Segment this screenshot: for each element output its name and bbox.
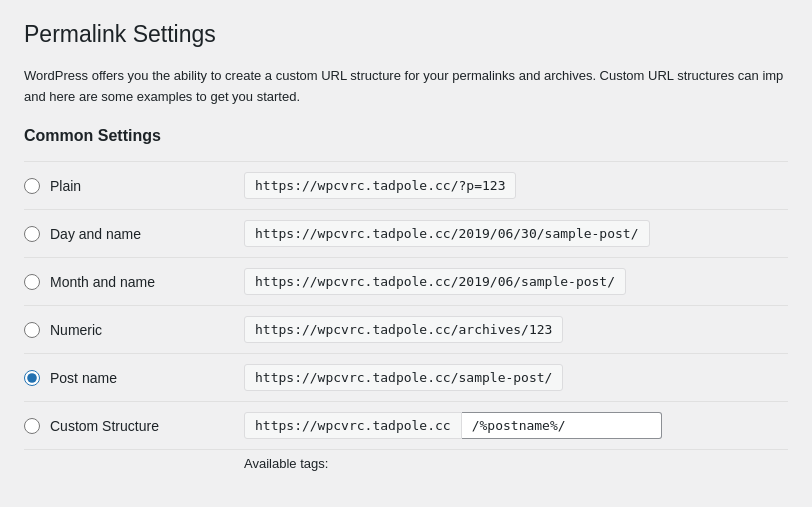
label-month-and-name[interactable]: Month and name: [50, 274, 155, 290]
settings-table: Plain https://wpcvrc.tadpole.cc/?p=123 D…: [24, 161, 788, 450]
url-cell-post-name: https://wpcvrc.tadpole.cc/sample-post/: [244, 364, 788, 391]
radio-month-and-name[interactable]: [24, 274, 40, 290]
radio-custom-structure[interactable]: [24, 418, 40, 434]
label-numeric[interactable]: Numeric: [50, 322, 102, 338]
available-tags-label: Available tags:: [24, 450, 788, 471]
url-badge-plain: https://wpcvrc.tadpole.cc/?p=123: [244, 172, 516, 199]
label-plain[interactable]: Plain: [50, 178, 81, 194]
radio-cell-month-and-name: Month and name: [24, 274, 244, 290]
radio-numeric[interactable]: [24, 322, 40, 338]
page-title: Permalink Settings: [24, 20, 788, 50]
url-cell-day-and-name: https://wpcvrc.tadpole.cc/2019/06/30/sam…: [244, 220, 788, 247]
settings-row-post-name: Post name https://wpcvrc.tadpole.cc/samp…: [24, 354, 788, 402]
url-cell-plain: https://wpcvrc.tadpole.cc/?p=123: [244, 172, 788, 199]
url-prefix-custom-structure: https://wpcvrc.tadpole.cc: [244, 412, 462, 439]
settings-row-month-and-name: Month and name https://wpcvrc.tadpole.cc…: [24, 258, 788, 306]
url-cell-custom-structure: https://wpcvrc.tadpole.cc: [244, 412, 788, 439]
url-badge-day-and-name: https://wpcvrc.tadpole.cc/2019/06/30/sam…: [244, 220, 650, 247]
radio-day-and-name[interactable]: [24, 226, 40, 242]
page-description: WordPress offers you the ability to crea…: [24, 66, 784, 108]
url-badge-post-name: https://wpcvrc.tadpole.cc/sample-post/: [244, 364, 563, 391]
radio-cell-day-and-name: Day and name: [24, 226, 244, 242]
radio-cell-numeric: Numeric: [24, 322, 244, 338]
radio-plain[interactable]: [24, 178, 40, 194]
label-day-and-name[interactable]: Day and name: [50, 226, 141, 242]
url-cell-numeric: https://wpcvrc.tadpole.cc/archives/123: [244, 316, 788, 343]
radio-cell-custom-structure: Custom Structure: [24, 418, 244, 434]
settings-row-day-and-name: Day and name https://wpcvrc.tadpole.cc/2…: [24, 210, 788, 258]
custom-structure-input[interactable]: [462, 412, 662, 439]
radio-post-name[interactable]: [24, 370, 40, 386]
radio-cell-plain: Plain: [24, 178, 244, 194]
section-title: Common Settings: [24, 127, 788, 145]
settings-row-plain: Plain https://wpcvrc.tadpole.cc/?p=123: [24, 161, 788, 210]
label-post-name[interactable]: Post name: [50, 370, 117, 386]
settings-row-custom-structure: Custom Structure https://wpcvrc.tadpole.…: [24, 402, 788, 450]
page-container: Permalink Settings WordPress offers you …: [0, 0, 812, 491]
radio-cell-post-name: Post name: [24, 370, 244, 386]
label-custom-structure[interactable]: Custom Structure: [50, 418, 159, 434]
url-badge-month-and-name: https://wpcvrc.tadpole.cc/2019/06/sample…: [244, 268, 626, 295]
settings-row-numeric: Numeric https://wpcvrc.tadpole.cc/archiv…: [24, 306, 788, 354]
url-badge-numeric: https://wpcvrc.tadpole.cc/archives/123: [244, 316, 563, 343]
url-cell-month-and-name: https://wpcvrc.tadpole.cc/2019/06/sample…: [244, 268, 788, 295]
